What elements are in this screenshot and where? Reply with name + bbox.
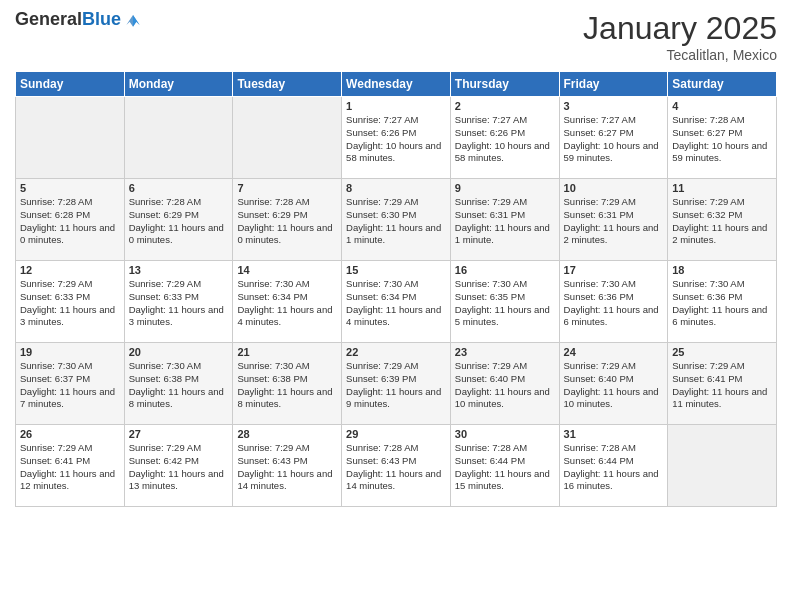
logo: GeneralBlue (15, 10, 143, 30)
day-number: 16 (455, 264, 555, 276)
day-number: 22 (346, 346, 446, 358)
day-number: 29 (346, 428, 446, 440)
day-info: Sunrise: 7:28 AMSunset: 6:44 PMDaylight:… (455, 442, 555, 493)
day-cell: 21Sunrise: 7:30 AMSunset: 6:38 PMDayligh… (233, 343, 342, 425)
day-number: 9 (455, 182, 555, 194)
day-number: 19 (20, 346, 120, 358)
col-header-friday: Friday (559, 72, 668, 97)
day-info: Sunrise: 7:28 AMSunset: 6:27 PMDaylight:… (672, 114, 772, 165)
day-info: Sunrise: 7:29 AMSunset: 6:40 PMDaylight:… (564, 360, 664, 411)
page-container: GeneralBlue January 2025 Tecalitlan, Mex… (0, 0, 792, 517)
day-number: 10 (564, 182, 664, 194)
header-row: SundayMondayTuesdayWednesdayThursdayFrid… (16, 72, 777, 97)
day-info: Sunrise: 7:27 AMSunset: 6:26 PMDaylight:… (346, 114, 446, 165)
day-number: 5 (20, 182, 120, 194)
header: GeneralBlue January 2025 Tecalitlan, Mex… (15, 10, 777, 63)
day-number: 17 (564, 264, 664, 276)
day-cell: 25Sunrise: 7:29 AMSunset: 6:41 PMDayligh… (668, 343, 777, 425)
day-number: 1 (346, 100, 446, 112)
day-info: Sunrise: 7:30 AMSunset: 6:36 PMDaylight:… (672, 278, 772, 329)
week-row-3: 12Sunrise: 7:29 AMSunset: 6:33 PMDayligh… (16, 261, 777, 343)
day-cell: 31Sunrise: 7:28 AMSunset: 6:44 PMDayligh… (559, 425, 668, 507)
day-info: Sunrise: 7:30 AMSunset: 6:34 PMDaylight:… (237, 278, 337, 329)
day-cell: 23Sunrise: 7:29 AMSunset: 6:40 PMDayligh… (450, 343, 559, 425)
day-cell (233, 97, 342, 179)
calendar-table: SundayMondayTuesdayWednesdayThursdayFrid… (15, 71, 777, 507)
day-number: 21 (237, 346, 337, 358)
day-cell: 2Sunrise: 7:27 AMSunset: 6:26 PMDaylight… (450, 97, 559, 179)
day-info: Sunrise: 7:27 AMSunset: 6:26 PMDaylight:… (455, 114, 555, 165)
day-info: Sunrise: 7:30 AMSunset: 6:37 PMDaylight:… (20, 360, 120, 411)
day-cell: 19Sunrise: 7:30 AMSunset: 6:37 PMDayligh… (16, 343, 125, 425)
day-info: Sunrise: 7:29 AMSunset: 6:41 PMDaylight:… (672, 360, 772, 411)
day-info: Sunrise: 7:30 AMSunset: 6:34 PMDaylight:… (346, 278, 446, 329)
week-row-5: 26Sunrise: 7:29 AMSunset: 6:41 PMDayligh… (16, 425, 777, 507)
day-info: Sunrise: 7:27 AMSunset: 6:27 PMDaylight:… (564, 114, 664, 165)
col-header-wednesday: Wednesday (342, 72, 451, 97)
day-cell: 26Sunrise: 7:29 AMSunset: 6:41 PMDayligh… (16, 425, 125, 507)
day-info: Sunrise: 7:30 AMSunset: 6:35 PMDaylight:… (455, 278, 555, 329)
day-cell: 3Sunrise: 7:27 AMSunset: 6:27 PMDaylight… (559, 97, 668, 179)
col-header-saturday: Saturday (668, 72, 777, 97)
day-cell: 7Sunrise: 7:28 AMSunset: 6:29 PMDaylight… (233, 179, 342, 261)
day-info: Sunrise: 7:29 AMSunset: 6:43 PMDaylight:… (237, 442, 337, 493)
day-cell: 6Sunrise: 7:28 AMSunset: 6:29 PMDaylight… (124, 179, 233, 261)
day-cell: 22Sunrise: 7:29 AMSunset: 6:39 PMDayligh… (342, 343, 451, 425)
day-info: Sunrise: 7:29 AMSunset: 6:30 PMDaylight:… (346, 196, 446, 247)
day-number: 25 (672, 346, 772, 358)
day-number: 30 (455, 428, 555, 440)
day-info: Sunrise: 7:28 AMSunset: 6:44 PMDaylight:… (564, 442, 664, 493)
day-cell: 29Sunrise: 7:28 AMSunset: 6:43 PMDayligh… (342, 425, 451, 507)
day-number: 6 (129, 182, 229, 194)
day-cell: 10Sunrise: 7:29 AMSunset: 6:31 PMDayligh… (559, 179, 668, 261)
day-cell: 18Sunrise: 7:30 AMSunset: 6:36 PMDayligh… (668, 261, 777, 343)
day-number: 20 (129, 346, 229, 358)
day-number: 24 (564, 346, 664, 358)
day-cell: 13Sunrise: 7:29 AMSunset: 6:33 PMDayligh… (124, 261, 233, 343)
day-info: Sunrise: 7:29 AMSunset: 6:31 PMDaylight:… (455, 196, 555, 247)
day-info: Sunrise: 7:29 AMSunset: 6:42 PMDaylight:… (129, 442, 229, 493)
day-info: Sunrise: 7:29 AMSunset: 6:39 PMDaylight:… (346, 360, 446, 411)
day-number: 26 (20, 428, 120, 440)
day-info: Sunrise: 7:29 AMSunset: 6:41 PMDaylight:… (20, 442, 120, 493)
day-info: Sunrise: 7:28 AMSunset: 6:43 PMDaylight:… (346, 442, 446, 493)
day-number: 2 (455, 100, 555, 112)
day-number: 7 (237, 182, 337, 194)
day-cell: 24Sunrise: 7:29 AMSunset: 6:40 PMDayligh… (559, 343, 668, 425)
day-cell: 30Sunrise: 7:28 AMSunset: 6:44 PMDayligh… (450, 425, 559, 507)
day-number: 4 (672, 100, 772, 112)
day-info: Sunrise: 7:29 AMSunset: 6:40 PMDaylight:… (455, 360, 555, 411)
day-info: Sunrise: 7:28 AMSunset: 6:29 PMDaylight:… (129, 196, 229, 247)
day-info: Sunrise: 7:30 AMSunset: 6:38 PMDaylight:… (237, 360, 337, 411)
day-cell: 5Sunrise: 7:28 AMSunset: 6:28 PMDaylight… (16, 179, 125, 261)
day-cell: 11Sunrise: 7:29 AMSunset: 6:32 PMDayligh… (668, 179, 777, 261)
day-cell: 28Sunrise: 7:29 AMSunset: 6:43 PMDayligh… (233, 425, 342, 507)
day-cell: 16Sunrise: 7:30 AMSunset: 6:35 PMDayligh… (450, 261, 559, 343)
day-number: 15 (346, 264, 446, 276)
day-number: 28 (237, 428, 337, 440)
location: Tecalitlan, Mexico (583, 47, 777, 63)
day-cell: 8Sunrise: 7:29 AMSunset: 6:30 PMDaylight… (342, 179, 451, 261)
month-title: January 2025 (583, 10, 777, 47)
day-number: 12 (20, 264, 120, 276)
col-header-sunday: Sunday (16, 72, 125, 97)
day-cell: 12Sunrise: 7:29 AMSunset: 6:33 PMDayligh… (16, 261, 125, 343)
day-cell: 9Sunrise: 7:29 AMSunset: 6:31 PMDaylight… (450, 179, 559, 261)
day-cell: 15Sunrise: 7:30 AMSunset: 6:34 PMDayligh… (342, 261, 451, 343)
day-cell: 27Sunrise: 7:29 AMSunset: 6:42 PMDayligh… (124, 425, 233, 507)
day-number: 31 (564, 428, 664, 440)
day-info: Sunrise: 7:28 AMSunset: 6:29 PMDaylight:… (237, 196, 337, 247)
day-info: Sunrise: 7:30 AMSunset: 6:36 PMDaylight:… (564, 278, 664, 329)
day-info: Sunrise: 7:29 AMSunset: 6:33 PMDaylight:… (20, 278, 120, 329)
day-number: 14 (237, 264, 337, 276)
day-number: 18 (672, 264, 772, 276)
day-number: 23 (455, 346, 555, 358)
day-cell: 14Sunrise: 7:30 AMSunset: 6:34 PMDayligh… (233, 261, 342, 343)
day-cell (668, 425, 777, 507)
day-number: 3 (564, 100, 664, 112)
day-cell (16, 97, 125, 179)
week-row-1: 1Sunrise: 7:27 AMSunset: 6:26 PMDaylight… (16, 97, 777, 179)
logo-general: GeneralBlue (15, 10, 121, 30)
day-info: Sunrise: 7:28 AMSunset: 6:28 PMDaylight:… (20, 196, 120, 247)
day-number: 27 (129, 428, 229, 440)
